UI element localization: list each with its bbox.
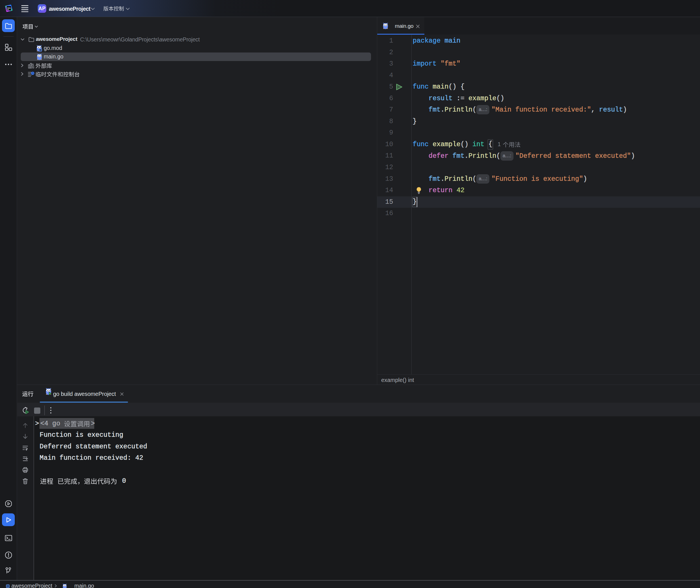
svg-text:GO: GO [7, 7, 11, 9]
